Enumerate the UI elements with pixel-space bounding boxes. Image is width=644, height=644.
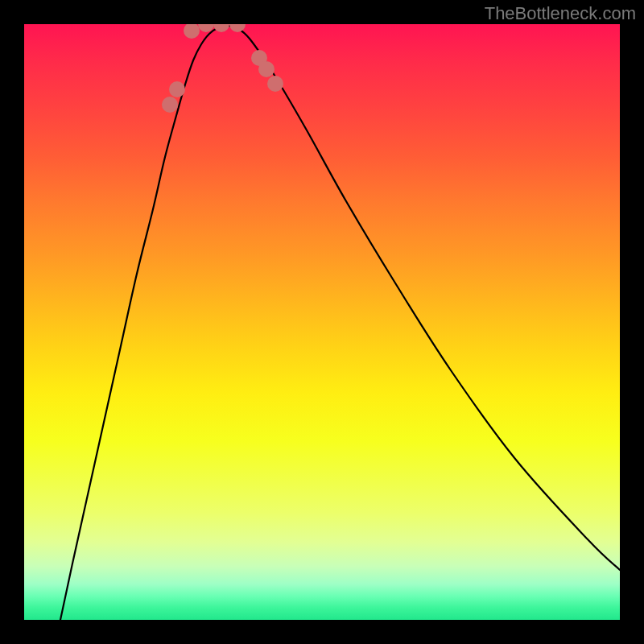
curve-path-group [60,26,620,620]
curve-marker [162,97,178,113]
plot-area [24,24,620,620]
curve-marker [184,24,200,39]
curve-marker [267,76,283,92]
bottleneck-curve [60,26,620,620]
curve-marker [213,24,229,32]
chart-frame: TheBottleneck.com [0,0,644,644]
curve-marker [169,81,185,97]
watermark-text: TheBottleneck.com [485,3,636,24]
curve-layer [24,24,620,620]
curve-marker [258,61,275,77]
